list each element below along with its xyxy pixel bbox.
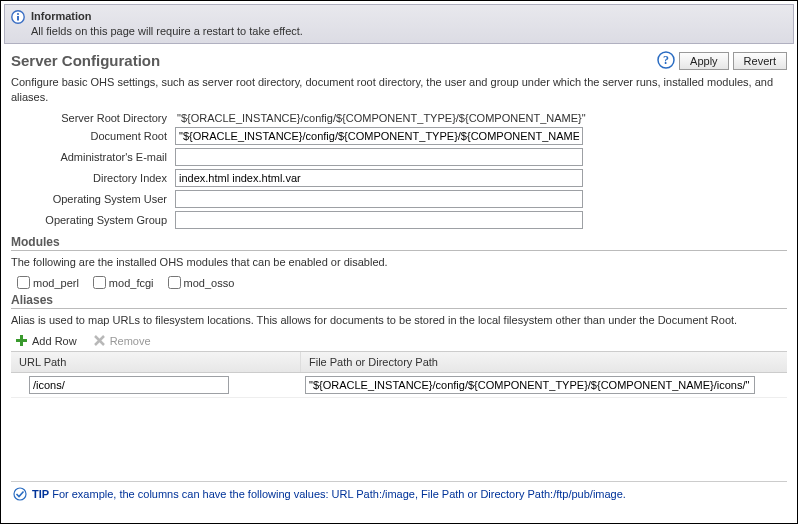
module-mod-fcgi[interactable]: mod_fcgi [93,276,154,289]
server-root-value: "${ORACLE_INSTANCE}/config/${COMPONENT_T… [175,112,583,124]
mod-osso-checkbox[interactable] [168,276,181,289]
remove-button: Remove [93,334,151,347]
module-mod-osso[interactable]: mod_osso [168,276,235,289]
alias-toolbar: Add Row Remove [11,330,787,351]
module-mod-perl[interactable]: mod_perl [17,276,79,289]
add-row-label: Add Row [32,335,77,347]
aliases-header: Aliases [11,293,787,309]
url-path-input[interactable] [29,376,229,394]
svg-rect-2 [17,16,19,21]
os-user-input[interactable] [175,190,583,208]
os-user-label: Operating System User [11,193,169,205]
admin-email-input[interactable] [175,148,583,166]
modules-note: The following are the installed OHS modu… [11,255,787,270]
aliases-note: Alias is used to map URLs to filesystem … [11,313,787,328]
page-description: Configure basic OHS settings, such as se… [11,75,787,105]
file-path-input[interactable] [305,376,755,394]
tip-text[interactable]: For example, the columns can have the fo… [52,488,626,500]
page-title: Server Configuration [11,52,160,69]
remove-label: Remove [110,335,151,347]
admin-email-label: Administrator's E-mail [11,151,169,163]
tip-icon [13,487,27,504]
add-row-button[interactable]: Add Row [15,334,77,347]
tip-label: TIP [32,488,49,500]
form-grid: Server Root Directory "${ORACLE_INSTANCE… [11,112,787,229]
help-icon[interactable]: ? [657,51,675,71]
directory-index-label: Directory Index [11,172,169,184]
server-root-label: Server Root Directory [11,112,169,124]
file-path-header: File Path or Directory Path [301,352,787,372]
info-title: Information [31,9,303,24]
apply-button[interactable]: Apply [679,52,729,70]
modules-header: Modules [11,235,787,251]
revert-button[interactable]: Revert [733,52,787,70]
mod-fcgi-label: mod_fcgi [109,277,154,289]
info-message: All fields on this page will require a r… [31,24,303,39]
mod-perl-checkbox[interactable] [17,276,30,289]
mod-perl-label: mod_perl [33,277,79,289]
svg-point-9 [14,488,26,500]
url-path-header: URL Path [11,352,301,372]
table-row[interactable] [11,373,787,398]
os-group-input[interactable] [175,211,583,229]
directory-index-input[interactable] [175,169,583,187]
info-bar: Information All fields on this page will… [4,4,794,44]
mod-osso-label: mod_osso [184,277,235,289]
os-group-label: Operating System Group [11,214,169,226]
info-icon [11,10,25,26]
page-header: Server Configuration ? Apply Revert [11,51,787,71]
alias-table: URL Path File Path or Directory Path [11,351,787,482]
tip-row: TIP For example, the columns can have th… [11,482,787,506]
mod-fcgi-checkbox[interactable] [93,276,106,289]
document-root-label: Document Root [11,130,169,142]
remove-icon [93,334,106,347]
svg-point-1 [17,13,19,15]
document-root-input[interactable] [175,127,583,145]
svg-text:?: ? [663,53,669,67]
alias-table-body[interactable] [11,373,787,481]
svg-rect-6 [16,339,27,342]
plus-icon [15,334,28,347]
